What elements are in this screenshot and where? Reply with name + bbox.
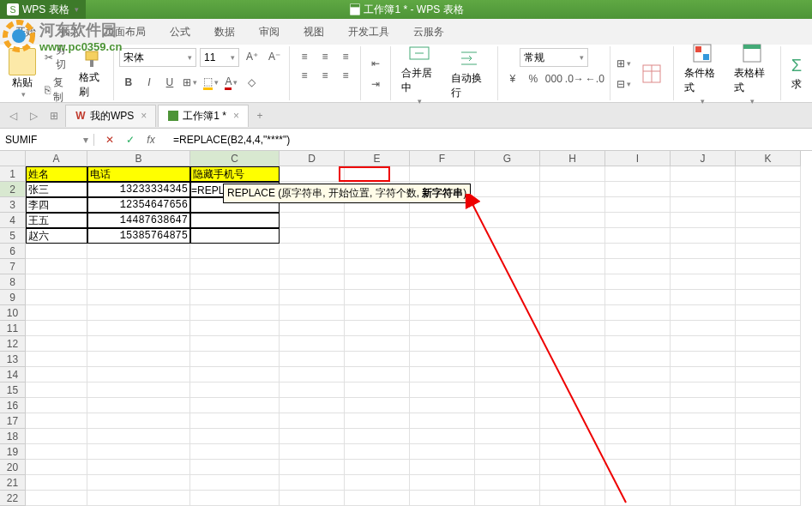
cell-K12[interactable] xyxy=(736,336,801,352)
cell-B19[interactable] xyxy=(87,444,190,460)
row-header-6[interactable]: 6 xyxy=(0,244,26,259)
cell-D8[interactable] xyxy=(280,274,345,290)
formula-input[interactable]: =REPLACE(B2,4,4,"****") xyxy=(166,134,812,146)
row-header-10[interactable]: 10 xyxy=(0,305,26,321)
cell-J11[interactable] xyxy=(671,321,736,336)
font-name-select[interactable]: 宋体▾ xyxy=(119,48,196,67)
cell-G16[interactable] xyxy=(475,398,540,413)
cell-H10[interactable] xyxy=(540,305,605,321)
cell-G3[interactable] xyxy=(475,197,540,213)
cell-G2[interactable] xyxy=(475,182,540,197)
cell-C12[interactable] xyxy=(190,336,280,352)
cell-J13[interactable] xyxy=(671,352,736,367)
cell-C19[interactable] xyxy=(190,444,280,460)
decrease-font-icon[interactable]: A⁻ xyxy=(265,48,284,65)
cell-J20[interactable] xyxy=(671,460,736,475)
cell-A13[interactable] xyxy=(26,352,87,367)
cell-G20[interactable] xyxy=(475,460,540,475)
cell-G9[interactable] xyxy=(475,290,540,305)
cell-D13[interactable] xyxy=(280,352,345,367)
cell-I6[interactable] xyxy=(605,244,671,259)
cell-E11[interactable] xyxy=(345,321,410,336)
cell-H4[interactable] xyxy=(540,213,605,228)
cell-C14[interactable] xyxy=(190,367,280,383)
cell-K13[interactable] xyxy=(736,352,801,367)
cell-J6[interactable] xyxy=(671,244,736,259)
cell-D16[interactable] xyxy=(280,398,345,413)
cell-B9[interactable] xyxy=(87,290,190,305)
cell-E8[interactable] xyxy=(345,274,410,290)
cell-K1[interactable] xyxy=(736,166,801,182)
cell-B14[interactable] xyxy=(87,367,190,383)
cell-K10[interactable] xyxy=(736,305,801,321)
close-tab-icon[interactable]: × xyxy=(141,110,147,122)
cell-I14[interactable] xyxy=(605,367,671,383)
cell-J16[interactable] xyxy=(671,398,736,413)
inc-decimal-icon[interactable]: .0→ xyxy=(565,70,584,87)
cell-I8[interactable] xyxy=(605,274,671,290)
cell-E19[interactable] xyxy=(345,444,410,460)
comma-icon[interactable]: 000 xyxy=(544,70,563,87)
cell-C18[interactable] xyxy=(190,429,280,444)
cell-H3[interactable] xyxy=(540,197,605,213)
cell-A1[interactable]: 姓名 xyxy=(26,166,87,182)
cell-C16[interactable] xyxy=(190,398,280,413)
cell-I15[interactable] xyxy=(605,383,671,398)
cell-J10[interactable] xyxy=(671,305,736,321)
cell-H21[interactable] xyxy=(540,475,605,491)
cell-E18[interactable] xyxy=(345,429,410,444)
cell-A7[interactable] xyxy=(26,259,87,274)
italic-button[interactable]: I xyxy=(140,74,159,91)
cell-H14[interactable] xyxy=(540,367,605,383)
cell-J5[interactable] xyxy=(671,228,736,244)
cell-C20[interactable] xyxy=(190,460,280,475)
cell-K11[interactable] xyxy=(736,321,801,336)
format-painter-button[interactable]: 格式刷 xyxy=(75,48,108,99)
cell-I5[interactable] xyxy=(605,228,671,244)
cell-G1[interactable] xyxy=(475,166,540,182)
cell-J17[interactable] xyxy=(671,413,736,429)
cell-B21[interactable] xyxy=(87,475,190,491)
cell-F9[interactable] xyxy=(410,290,475,305)
cell-B16[interactable] xyxy=(87,398,190,413)
align-middle-icon[interactable]: ≡ xyxy=(316,48,334,65)
cell-A11[interactable] xyxy=(26,321,87,336)
name-box[interactable]: SUMIF ▾ xyxy=(0,134,94,146)
cell-I3[interactable] xyxy=(605,197,671,213)
col-header-D[interactable]: D xyxy=(280,151,345,166)
cell-B11[interactable] xyxy=(87,321,190,336)
cell-F5[interactable] xyxy=(410,228,475,244)
row-header-21[interactable]: 21 xyxy=(0,475,26,491)
cell-G14[interactable] xyxy=(475,367,540,383)
cell-F15[interactable] xyxy=(410,383,475,398)
cell-K22[interactable] xyxy=(736,491,801,506)
table-style-button[interactable]: 表格样式▾ xyxy=(729,42,775,105)
increase-font-icon[interactable]: A⁺ xyxy=(243,48,262,65)
cell-B18[interactable] xyxy=(87,429,190,444)
cell-F6[interactable] xyxy=(410,244,475,259)
cell-B13[interactable] xyxy=(87,352,190,367)
cell-I17[interactable] xyxy=(605,413,671,429)
cell-H1[interactable] xyxy=(540,166,605,182)
percent-icon[interactable]: % xyxy=(524,70,543,87)
cell-G7[interactable] xyxy=(475,259,540,274)
app-tag[interactable]: S WPS 表格 ▾ xyxy=(0,0,86,19)
cell-C8[interactable] xyxy=(190,274,280,290)
cell-B3[interactable]: 12354647656 xyxy=(87,197,190,213)
row-header-17[interactable]: 17 xyxy=(0,413,26,429)
col-header-C[interactable]: C xyxy=(190,151,280,166)
cell-G11[interactable] xyxy=(475,321,540,336)
cell-D17[interactable] xyxy=(280,413,345,429)
cell-B12[interactable] xyxy=(87,336,190,352)
cell-B15[interactable] xyxy=(87,383,190,398)
cell-C17[interactable] xyxy=(190,413,280,429)
col-header-A[interactable]: A xyxy=(26,151,87,166)
align-center-icon[interactable]: ≡ xyxy=(316,67,334,84)
cell-J7[interactable] xyxy=(671,259,736,274)
cell-G12[interactable] xyxy=(475,336,540,352)
cell-D20[interactable] xyxy=(280,460,345,475)
cell-K20[interactable] xyxy=(736,460,801,475)
cell-F19[interactable] xyxy=(410,444,475,460)
cell-C9[interactable] xyxy=(190,290,280,305)
cell-B6[interactable] xyxy=(87,244,190,259)
